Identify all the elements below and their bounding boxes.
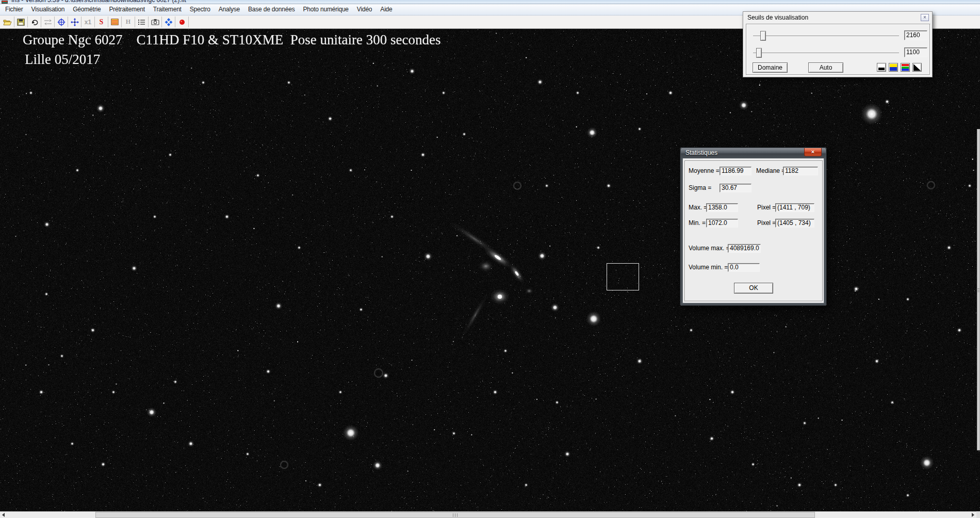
statistics-dialog-title: Statistiques — [685, 149, 717, 156]
triangle-gradient-icon — [913, 64, 921, 71]
pan-button[interactable] — [68, 17, 81, 27]
menu-photo-numerique[interactable]: Photo numérique — [299, 4, 352, 15]
menu-analyse[interactable]: Analyse — [215, 4, 244, 15]
arrow-left-icon — [2, 513, 5, 517]
gradient-mode-button[interactable] — [912, 63, 922, 72]
menu-aide[interactable]: Aide — [376, 4, 396, 15]
high-threshold-field[interactable]: 2160 — [904, 30, 927, 40]
save-button[interactable] — [14, 17, 28, 27]
menu-visualisation[interactable]: Visualisation — [27, 4, 69, 15]
mosaic-button[interactable] — [162, 17, 175, 27]
selection-rectangle[interactable] — [607, 263, 639, 290]
false-color-mode-button[interactable] — [889, 63, 898, 72]
sigma-label: Sigma = — [689, 184, 711, 192]
target-button[interactable] — [55, 17, 68, 27]
image-canvas[interactable] — [0, 29, 980, 511]
open-file-button[interactable] — [1, 17, 14, 27]
statistics-panel — [684, 160, 823, 302]
domaine-button[interactable]: Domaine — [753, 62, 788, 73]
high-threshold-slider[interactable] — [753, 36, 899, 37]
rgb-icon — [902, 64, 909, 66]
auto-button[interactable]: Auto — [808, 62, 843, 73]
statistics-dialog: Statistiques × Moyenne = 1186.99 Mediane… — [680, 147, 827, 306]
moyenne-label: Moyenne = — [689, 167, 720, 175]
rgb-mode-button[interactable] — [901, 63, 910, 72]
levels-icon — [44, 19, 52, 26]
sigma-field[interactable]: 30.67 — [720, 184, 752, 192]
black-white-icon — [878, 68, 885, 70]
volume-min-field[interactable]: 0.0 — [728, 263, 760, 272]
thresholds-dialog: Seuils de visualisation × 2160 1100 Doma… — [743, 11, 933, 77]
menu-video[interactable]: Vidéo — [353, 4, 376, 15]
yellow-blue-icon-bottom — [890, 67, 897, 71]
scroll-right-button[interactable] — [970, 512, 976, 518]
image-caption-line2: Lille 05/2017 — [25, 52, 100, 68]
list-icon — [138, 19, 145, 25]
high-threshold-slider-thumb[interactable] — [760, 31, 766, 41]
open-folder-icon — [3, 19, 12, 26]
moyenne-field[interactable]: 1186.99 — [720, 167, 752, 175]
vertical-scrollbar-thumb[interactable] — [977, 129, 980, 450]
max-field[interactable]: 1358.0 — [706, 203, 738, 212]
red-dot-icon — [178, 19, 186, 26]
min-pixel-field[interactable]: (1405 , 734) — [775, 219, 814, 228]
low-threshold-slider[interactable] — [753, 53, 899, 54]
min-field[interactable]: 1072.0 — [706, 219, 738, 228]
scrollbar-grip-icon — [977, 288, 979, 293]
image-caption-line1: Groupe Ngc 6027 C11HD F10 & ST10XME Pose… — [23, 32, 440, 48]
menu-geometrie[interactable]: Géométrie — [69, 4, 105, 15]
horizontal-scrollbar[interactable] — [0, 511, 976, 518]
volume-max-label: Volume max. = — [689, 244, 730, 253]
scrollbar-corner — [976, 511, 980, 518]
mediane-label: Mediane = — [756, 167, 785, 175]
rotate-s-icon: S — [100, 18, 104, 26]
menu-pretraitement[interactable]: Prétraitement — [105, 4, 149, 15]
palette-button[interactable] — [108, 17, 122, 27]
scroll-left-button[interactable] — [0, 512, 6, 518]
menu-fichier[interactable]: Fichier — [1, 4, 27, 15]
zoom-x1-button-disabled[interactable]: x1 — [81, 17, 95, 27]
min-pixel-label: Pixel = — [757, 219, 776, 228]
scrollbar-grip-icon — [453, 513, 458, 517]
x1-icon: x1 — [85, 19, 91, 26]
snapshot-button[interactable] — [149, 17, 162, 27]
black-white-mode-button[interactable] — [877, 63, 886, 72]
ok-button[interactable]: OK — [734, 283, 773, 294]
move-arrows-icon — [71, 18, 79, 26]
h-icon: H — [126, 18, 130, 26]
max-pixel-label: Pixel = — [757, 203, 776, 212]
marker-button[interactable] — [175, 17, 189, 27]
menu-spectro[interactable]: Spectro — [186, 4, 215, 15]
volume-min-label: Volume min. = — [689, 263, 728, 272]
statistics-close-button[interactable]: × — [804, 148, 822, 156]
floppy-disk-icon — [17, 19, 25, 26]
window-title: Iris - Version 5.59 - d:\users\christian… — [11, 0, 186, 4]
horizontal-scrollbar-thumb[interactable] — [95, 512, 815, 518]
menu-traitement[interactable]: Traitement — [149, 4, 186, 15]
command-list-button[interactable] — [135, 17, 149, 27]
rgb-icon-blue — [902, 69, 909, 71]
menu-base-de-donnees[interactable]: Base de données — [244, 4, 299, 15]
min-label: Min. = — [689, 219, 706, 228]
histogram-button-disabled[interactable]: H — [122, 17, 135, 27]
low-threshold-field[interactable]: 1100 — [904, 47, 927, 57]
blue-diamonds-icon — [165, 18, 173, 26]
arrow-right-icon — [972, 513, 974, 517]
volume-max-field[interactable]: 4089169.0 — [728, 244, 761, 253]
app-icon — [2, 1, 8, 4]
undo-button[interactable] — [28, 17, 41, 27]
thresholds-dialog-title: Seuils de visualisation — [747, 14, 808, 21]
target-icon — [57, 18, 66, 26]
thresholds-button-disabled[interactable] — [41, 17, 55, 27]
low-threshold-slider-thumb[interactable] — [756, 48, 762, 58]
undo-arrow-icon — [30, 19, 39, 26]
max-label: Max. = — [689, 203, 707, 212]
application-window: Iris - Version 5.59 - d:\users\christian… — [0, 0, 980, 518]
thresholds-close-button[interactable]: × — [921, 14, 929, 21]
max-pixel-field[interactable]: (1411 , 709) — [775, 203, 814, 212]
palette-icon — [111, 19, 119, 25]
window-title-bar[interactable]: Iris - Version 5.59 - d:\users\christian… — [0, 0, 980, 4]
mediane-field[interactable]: 1182 — [783, 167, 818, 175]
rotate-button[interactable]: S — [95, 17, 108, 27]
camera-icon — [151, 19, 159, 25]
